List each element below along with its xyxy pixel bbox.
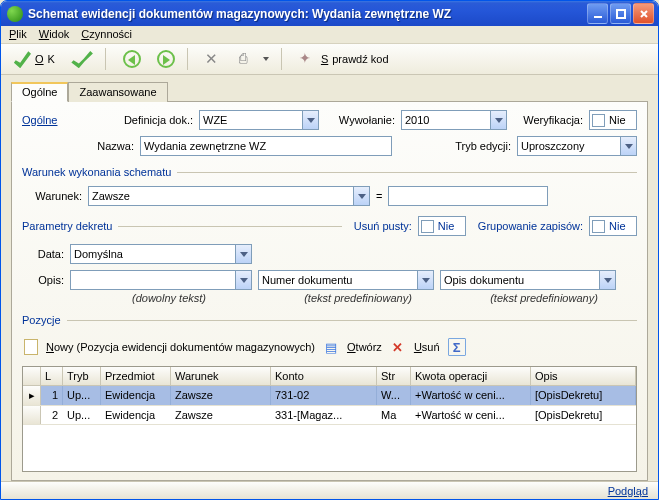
tryb-input[interactable] [517,136,637,156]
usun-checkbox[interactable]: Nie [418,216,466,236]
hint-pre2: (tekst predefiniowany) [454,292,634,304]
dropdown-icon[interactable] [302,111,318,129]
back-icon [123,50,141,68]
content-area: Ogólne Zaawansowane Ogólne Definicja dok… [1,75,658,481]
section-pozycje: Pozycje [22,314,637,326]
opis2-input[interactable] [258,270,434,290]
apply-button[interactable] [65,46,99,72]
close-button[interactable] [633,3,654,24]
opis3-input[interactable] [440,270,616,290]
data-combo[interactable] [70,244,252,264]
svg-rect-1 [617,10,625,18]
delete-icon: ✕ [390,339,406,355]
forward-button[interactable] [151,46,181,72]
table-row[interactable]: 2 Up... Ewidencja Zawsze 331-[Magaz... M… [23,406,636,425]
warunek-combo[interactable] [88,186,370,206]
col-konto[interactable]: Konto [271,367,377,385]
grup-label: Grupowanie zapisów: [478,220,583,232]
nazwa-input[interactable] [140,136,392,156]
weryfikacja-checkbox[interactable]: Nie [589,110,637,130]
dropdown-icon[interactable] [235,245,251,263]
definicja-combo[interactable] [199,110,319,130]
warunek-label: Warunek: [22,190,82,202]
opis3-combo[interactable] [440,270,616,290]
minimize-button[interactable] [587,3,608,24]
data-input[interactable] [70,244,252,264]
menu-czynnosci[interactable]: Czynności [81,28,132,41]
table-row[interactable]: ▸ 1 Up... Ewidencja Zawsze 731-02 W... +… [23,386,636,406]
podglad-link[interactable]: Podgląd [608,485,648,497]
dropdown-icon[interactable] [353,187,369,205]
usun-label: Usuń pusty: [354,220,412,232]
tools-icon: ✕ [205,50,223,68]
grid-header: L Tryb Przedmiot Warunek Konto Str Kwota… [23,367,636,386]
open-icon: ▤ [323,339,339,355]
dropdown-icon[interactable] [490,111,506,129]
magic-icon: ✦ [299,50,317,68]
usun-button[interactable]: Usuń [414,341,440,353]
col-tryb[interactable]: Tryb [63,367,101,385]
app-icon [7,6,23,22]
col-opis[interactable]: Opis [531,367,636,385]
col-l[interactable]: L [41,367,63,385]
menu-widok[interactable]: Widok [39,28,70,41]
menubar: Plik Widok Czynności [1,26,658,44]
dropdown-icon[interactable] [417,271,433,289]
new-icon [24,339,38,355]
tools-button[interactable]: ✕ [199,46,229,72]
warunek-input[interactable] [88,186,370,206]
definicja-input[interactable] [199,110,319,130]
section-parametry: Parametry dekretu Usuń pusty: Nie Grupow… [22,216,637,236]
tryb-label: Tryb edycji: [441,140,511,152]
sprawdz-button[interactable]: ✦Sprawdź kod [293,46,395,72]
maximize-button[interactable] [610,3,631,24]
section-warunek: Warunek wykonania schematu [22,166,637,178]
grid: L Tryb Przedmiot Warunek Konto Str Kwota… [22,366,637,472]
otworz-button[interactable]: Otwórz [347,341,382,353]
grup-checkbox[interactable]: Nie [589,216,637,236]
data-label: Data: [22,248,64,260]
hint-free: (dowolny tekst) [76,292,262,304]
toolbar: OK ✕ ⎙ ✦Sprawdź kod [1,44,658,75]
ok-button[interactable]: OK [7,46,61,72]
col-warunek[interactable]: Warunek [171,367,271,385]
statusbar: Podgląd [1,481,658,499]
opis2-combo[interactable] [258,270,434,290]
titlebar[interactable]: Schemat ewidencji dokumentów magazynowyc… [1,1,658,26]
tab-zaawansowane[interactable]: Zaawansowane [68,82,167,102]
col-strona[interactable]: Str [377,367,411,385]
wywolanie-label: Wywołanie: [325,114,395,126]
opis1-combo[interactable] [70,270,252,290]
hint-pre1: (tekst predefiniowany) [268,292,448,304]
svg-rect-0 [594,16,602,18]
tryb-combo[interactable] [517,136,637,156]
checkbox-icon [421,220,434,233]
tab-panel: Ogólne Definicja dok.: Wywołanie: Weryfi… [11,101,648,481]
nazwa-label: Nazwa: [22,140,134,152]
definicja-label: Definicja dok.: [99,114,193,126]
opis1-input[interactable] [70,270,252,290]
opis-label: Opis: [22,274,64,286]
print-button[interactable]: ⎙ [233,46,275,72]
col-przedmiot[interactable]: Przedmiot [101,367,171,385]
weryfikacja-label: Weryfikacja: [513,114,583,126]
menu-plik[interactable]: Plik [9,28,27,41]
warunek-value-input[interactable] [388,186,548,206]
tabs: Ogólne Zaawansowane [11,82,648,102]
col-kwota[interactable]: Kwota operacji [411,367,531,385]
nowy-button[interactable]: Nowy (Pozycja ewidencji dokumentów magaz… [46,341,315,353]
grid-toolbar: Nowy (Pozycja ewidencji dokumentów magaz… [22,334,637,360]
ogolne-link[interactable]: Ogólne [22,114,70,126]
equals-label: = [376,190,382,202]
dropdown-icon[interactable] [235,271,251,289]
print-icon: ⎙ [239,50,257,68]
back-button[interactable] [117,46,147,72]
window-title: Schemat ewidencji dokumentów magazynowyc… [28,7,585,21]
window: Schemat ewidencji dokumentów magazynowyc… [0,0,659,500]
dropdown-icon[interactable] [599,271,615,289]
dropdown-icon[interactable] [620,137,636,155]
row-indicator-icon: ▸ [23,386,41,405]
tab-ogolne[interactable]: Ogólne [11,82,68,102]
wywolanie-combo[interactable] [401,110,507,130]
sum-button[interactable]: Σ [448,338,466,356]
